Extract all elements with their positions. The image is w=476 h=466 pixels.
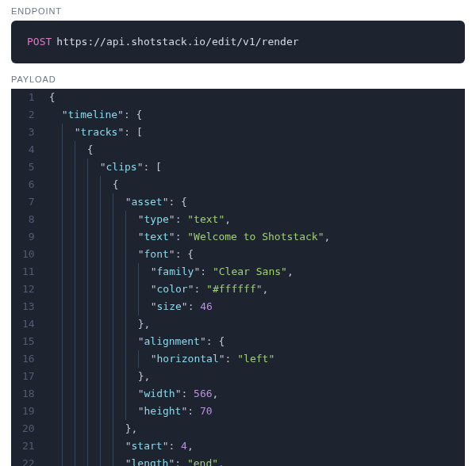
code-line: "asset": { [49,193,457,211]
line-number: 21 [22,437,35,455]
line-number: 20 [22,420,35,437]
code-line: "height": 70 [49,403,457,420]
endpoint-label: ENDPOINT [11,6,465,16]
code-line: "alignment": { [49,333,457,350]
line-number: 15 [22,333,35,350]
line-number: 7 [22,193,35,211]
code-line: "family": "Clear Sans", [49,263,457,281]
line-number: 4 [22,141,35,159]
code-line: "horizontal": "left" [49,350,457,368]
code-line: "start": 4, [49,437,457,455]
line-number: 5 [22,159,35,176]
line-number: 16 [22,350,35,368]
endpoint-box: POSThttps://api.shotstack.io/edit/v1/ren… [11,21,465,63]
code-line: { [49,141,457,159]
http-method: POST [27,36,52,48]
code-line: "color": "#ffffff", [49,281,457,298]
code-line: "tracks": [ [49,124,457,141]
line-number: 6 [22,176,35,193]
endpoint-url: https://api.shotstack.io/edit/v1/render [56,36,298,48]
code-line: "width": 566, [49,385,457,403]
payload-label: PAYLOAD [11,74,465,84]
line-number: 18 [22,385,35,403]
code-line: "font": { [49,246,457,263]
code-line: { [49,176,457,193]
code-line: "timeline": { [49,106,457,124]
line-number: 2 [22,106,35,124]
code-line: "size": 46 [49,298,457,315]
code-line: "text": "Welcome to Shotstack", [49,228,457,246]
line-number: 19 [22,403,35,420]
line-number: 17 [22,368,35,385]
line-number: 3 [22,124,35,141]
code-line: "type": "text", [49,211,457,228]
line-number: 22 [22,455,35,466]
line-number: 9 [22,228,35,246]
code-gutter: 12345678910111213141516171819202122 [11,89,41,466]
code-line: "clips": [ [49,159,457,176]
payload-code-box: 12345678910111213141516171819202122 {"ti… [11,89,465,466]
code-line: "length": "end", [49,455,457,466]
code-line: }, [49,368,457,385]
code-content: {"timeline": {"tracks": [{"clips": [{"as… [41,89,465,466]
line-number: 13 [22,298,35,315]
code-line: }, [49,315,457,333]
line-number: 12 [22,281,35,298]
line-number: 11 [22,263,35,281]
code-line: { [49,89,457,106]
line-number: 14 [22,315,35,333]
line-number: 1 [22,89,35,106]
line-number: 10 [22,246,35,263]
line-number: 8 [22,211,35,228]
code-line: }, [49,420,457,437]
